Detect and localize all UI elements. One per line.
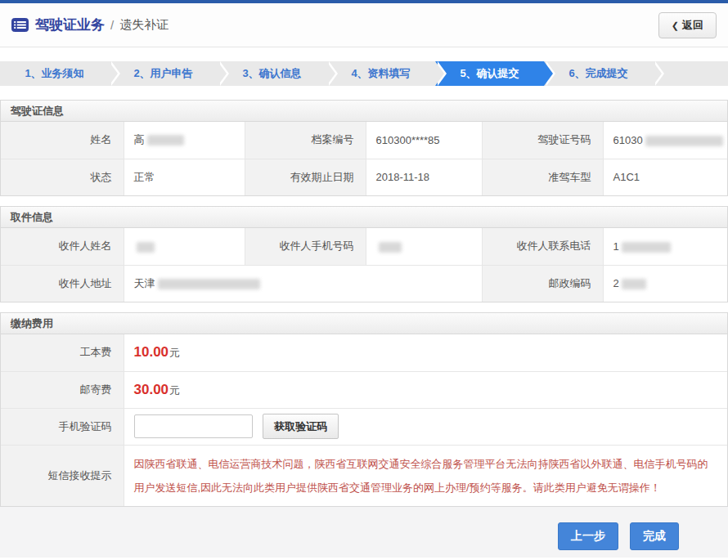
table-row: 状态 正常 有效期止日期 2018-11-18 准驾车型 A1C1 xyxy=(1,159,727,195)
name-value: 高 xyxy=(124,122,245,159)
redacted-blur xyxy=(158,279,260,289)
previous-step-button[interactable]: 上一步 xyxy=(558,522,618,550)
page-header: 驾驶证业务 / 遗失补证 ❮返回 xyxy=(0,3,728,47)
postage-fee-value: 30.00元 xyxy=(124,371,727,408)
step-tab-6[interactable]: 6、完成提交 xyxy=(544,61,653,86)
step-tab-1[interactable]: 1、业务须知 xyxy=(0,61,109,86)
status-label: 状态 xyxy=(1,159,124,195)
get-sms-code-button[interactable]: 获取验证码 xyxy=(263,414,339,439)
production-fee-amount: 10.00 xyxy=(134,344,169,360)
license-number-value: 61030 xyxy=(603,122,727,159)
back-button[interactable]: ❮返回 xyxy=(658,12,717,38)
expiry-date-label: 有效期止日期 xyxy=(245,159,366,195)
sms-notice-label: 短信接收提示 xyxy=(1,445,124,506)
table-row: 收件人姓名 收件人手机号码 收件人联系电话 1 xyxy=(1,228,727,265)
vehicle-class-value: A1C1 xyxy=(603,159,727,195)
recipient-phone-label: 收件人联系电话 xyxy=(482,228,603,265)
sms-code-input[interactable] xyxy=(134,414,253,438)
step-progress-bar: 1、业务须知 2、用户申告 3、确认信息 4、资料填写 5、确认提交 6、完成提… xyxy=(0,61,728,86)
license-number-label: 驾驶证号码 xyxy=(482,122,603,159)
table-row: 短信接收提示 因陕西省联通、电信运营商技术问题，陕西省互联网交通安全综合服务管理… xyxy=(1,445,727,506)
recipient-address-label: 收件人地址 xyxy=(1,265,124,302)
list-icon xyxy=(11,18,29,32)
recipient-address-value: 天津 xyxy=(124,265,482,302)
recipient-phone-value: 1 xyxy=(603,228,727,265)
pickup-info-table: 收件人姓名 收件人手机号码 收件人联系电话 1 收件人地址 天津 邮政编码 2 xyxy=(1,228,727,302)
postage-fee-label: 邮寄费 xyxy=(1,371,124,408)
recipient-name-value xyxy=(124,228,245,265)
table-row: 手机验证码 获取验证码 xyxy=(1,408,727,445)
table-row: 工本费 10.00元 xyxy=(1,334,727,371)
pickup-info-panel: 取件信息 收件人姓名 收件人手机号码 收件人联系电话 1 收件人地址 天津 邮政… xyxy=(0,206,728,302)
production-fee-unit: 元 xyxy=(169,347,180,359)
fees-panel: 缴纳费用 工本费 10.00元 邮寄费 30.00元 手机验证码 获取验证码 短… xyxy=(0,312,728,507)
step-tab-4[interactable]: 4、资料填写 xyxy=(326,61,435,86)
production-fee-value: 10.00元 xyxy=(124,334,727,371)
license-info-table: 姓名 高 档案编号 610300****85 驾驶证号码 61030 状态 正常… xyxy=(1,122,727,195)
sms-code-cell: 获取验证码 xyxy=(124,408,727,445)
breadcrumb-subpage: 遗失补证 xyxy=(119,17,169,33)
table-row: 姓名 高 档案编号 610300****85 驾驶证号码 61030 xyxy=(1,122,727,159)
step-tab-3[interactable]: 3、确认信息 xyxy=(218,61,326,86)
table-row: 邮寄费 30.00元 xyxy=(1,371,727,408)
recipient-mobile-value xyxy=(366,228,482,265)
postcode-value: 2 xyxy=(603,265,727,302)
redacted-blur xyxy=(645,136,723,146)
file-number-label: 档案编号 xyxy=(245,122,366,159)
sms-code-label: 手机验证码 xyxy=(1,408,124,445)
redacted-blur xyxy=(137,242,155,253)
postage-fee-unit: 元 xyxy=(169,384,180,396)
sms-notice-text: 因陕西省联通、电信运营商技术问题，陕西省互联网交通安全综合服务管理平台无法向持陕… xyxy=(124,445,727,506)
page-title: 驾驶证业务 xyxy=(35,16,105,34)
license-panel-title: 驾驶证信息 xyxy=(1,101,727,122)
fees-table: 工本费 10.00元 邮寄费 30.00元 手机验证码 获取验证码 短信接收提示… xyxy=(1,334,727,506)
license-info-panel: 驾驶证信息 姓名 高 档案编号 610300****85 驾驶证号码 61030… xyxy=(0,100,728,196)
footer-action-bar: 上一步 完成 xyxy=(0,507,728,558)
fees-panel-title: 缴纳费用 xyxy=(1,313,727,334)
redacted-blur xyxy=(147,135,184,146)
postage-fee-amount: 30.00 xyxy=(134,382,169,397)
vehicle-class-label: 准驾车型 xyxy=(482,159,603,195)
production-fee-label: 工本费 xyxy=(1,334,124,371)
back-button-label: 返回 xyxy=(682,19,703,31)
breadcrumb-separator: / xyxy=(110,18,114,32)
table-row: 收件人地址 天津 邮政编码 2 xyxy=(1,265,727,302)
name-label: 姓名 xyxy=(1,122,124,159)
file-number-value: 610300****85 xyxy=(366,122,482,159)
redacted-blur xyxy=(622,279,646,289)
postcode-label: 邮政编码 xyxy=(482,265,603,302)
redacted-blur xyxy=(622,242,671,253)
back-arrow-icon: ❮ xyxy=(672,20,679,30)
expiry-date-value: 2018-11-18 xyxy=(366,159,482,195)
recipient-name-label: 收件人姓名 xyxy=(1,228,124,265)
step-tab-2[interactable]: 2、用户申告 xyxy=(109,61,218,86)
redacted-blur xyxy=(379,242,402,253)
status-value: 正常 xyxy=(124,159,245,195)
recipient-mobile-label: 收件人手机号码 xyxy=(245,228,366,265)
finish-button[interactable]: 完成 xyxy=(630,522,679,550)
pickup-panel-title: 取件信息 xyxy=(1,207,727,228)
step-tab-5-active[interactable]: 5、确认提交 xyxy=(435,61,544,86)
